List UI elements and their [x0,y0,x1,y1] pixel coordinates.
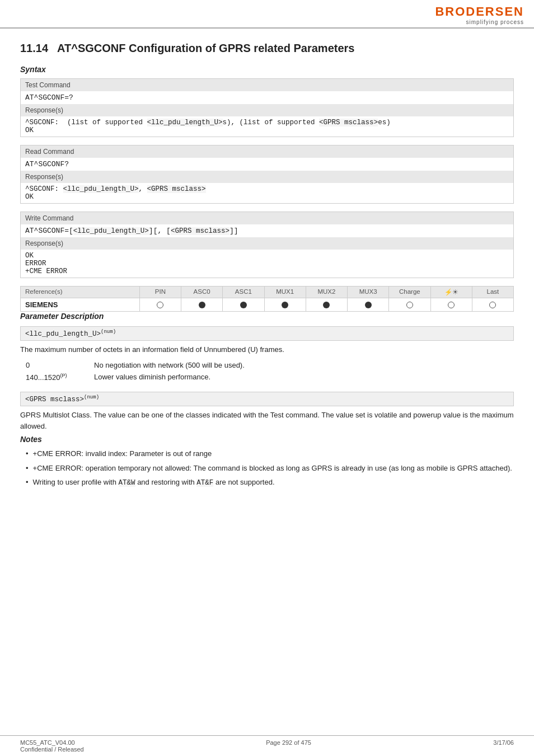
param1-description: The maximum number of octets in an infor… [20,344,514,355]
logo-text: BRODERSEN [435,4,524,19]
reference-table-row-siemens: SIEMENS [21,298,513,311]
note-text-2: +CME ERROR: operation temporary not allo… [33,463,512,474]
footer: MC55_ATC_V04.00 Confidential / Released … [0,735,534,756]
circle-filled-icon [323,302,330,308]
notes-list: +CME ERROR: invalid index: Parameter is … [26,448,514,489]
circle-filled-icon [365,302,372,308]
ref-row-label-siemens: SIEMENS [21,298,139,311]
ref-header-mux1: MUX1 [264,287,306,298]
param1-superscript: (num) [101,329,116,335]
param1-values-table: 0 No negotiation with network (500 will … [20,359,514,384]
note-text-3: Writing to user profile with AT&W and re… [33,477,275,489]
ref-siemens-asc0 [181,298,222,311]
notes-label: Notes [20,435,514,444]
circle-empty-icon [157,302,163,308]
param1-value-range: 140...1520(P) Lower values diminish perf… [21,372,513,383]
param1-key-range: 140...1520(P) [21,372,88,383]
ref-siemens-last [472,298,513,311]
footer-doc-id: MC55_ATC_V04.00 [20,739,84,746]
param1-desc-range: Lower values diminish performance. [90,372,513,383]
ref-header-pin: PIN [139,287,181,298]
circle-filled-icon [199,302,205,308]
ref-siemens-pin [139,298,181,311]
param1-desc-0: No negotiation with network (500 will be… [90,360,513,370]
note-item-1: +CME ERROR: invalid index: Parameter is … [26,448,514,459]
circle-empty-icon [489,302,496,308]
logo-area: BRODERSEN simplifying process [435,4,524,25]
param2-superscript: (num) [84,395,99,400]
ref-header-icon: ⚡☀ [430,287,472,298]
test-response-text: ^SGCONF: (list of supported <llc_pdu_len… [21,116,514,137]
footer-date: 3/17/06 [493,739,514,753]
ref-siemens-mux1 [264,298,306,311]
ref-header-asc1: ASC1 [222,287,264,298]
param-description-label: Parameter Description [20,312,514,321]
ref-siemens-mux3 [347,298,388,311]
test-command-table: Test Command AT^SGCONF=? Response(s) ^SG… [20,78,514,137]
ref-siemens-charge [388,298,430,311]
footer-confidential: Confidential / Released [20,746,84,753]
ref-header-references: Reference(s) [21,287,139,298]
param2-box: <GPRS msclass>(num) [20,392,514,406]
ref-header-charge: Charge [388,287,430,298]
param1-box: <llc_pdu_length_U>(num) [20,326,514,341]
section-title: 11.14AT^SGCONF Configuration of GPRS rel… [20,42,514,55]
note-text-1: +CME ERROR: invalid index: Parameter is … [33,448,212,459]
ref-siemens-mux2 [306,298,347,311]
logo-sub: simplifying process [466,19,524,25]
read-response-text: ^SGCONF: <llc_pdu_length_U>, <GPRS mscla… [21,183,514,204]
ref-header-last: Last [472,287,513,298]
ref-siemens-asc1 [222,298,264,311]
footer-left: MC55_ATC_V04.00 Confidential / Released [20,739,84,753]
note-item-2: +CME ERROR: operation temporary not allo… [26,463,514,474]
read-command-table: Read Command AT^SGCONF? Response(s) ^SGC… [20,145,514,204]
ref-header-mux3: MUX3 [347,287,388,298]
read-command-text: AT^SGCONF? [21,158,514,171]
param2-description: GPRS Multislot Class. The value can be o… [20,410,514,431]
reference-table-wrapper: Reference(s) PIN ASC0 ASC1 MUX1 MUX2 MUX… [20,286,514,312]
test-command-header: Test Command [21,79,514,92]
test-command-text: AT^SGCONF=? [21,91,514,104]
write-command-text: AT^SGCONF=[<llc_pdu_length_U>][, [<GPRS … [21,224,514,237]
section-number: 11.14 [20,42,48,54]
ref-siemens-special [430,298,472,311]
write-response-header: Response(s) [21,237,514,250]
superscript-p: (P) [60,373,67,378]
write-response-text: OKERROR+CME ERROR [21,250,514,278]
write-command-table: Write Command AT^SGCONF=[<llc_pdu_length… [20,212,514,278]
note-item-3: Writing to user profile with AT&W and re… [26,477,514,489]
test-response-header: Response(s) [21,104,514,116]
header: BRODERSEN simplifying process [0,0,534,29]
ref-header-mux2: MUX2 [306,287,347,298]
section-heading: AT^SGCONF Configuration of GPRS related … [57,42,354,54]
main-content: 11.14AT^SGCONF Configuration of GPRS rel… [0,29,534,503]
write-command-header: Write Command [21,212,514,225]
read-command-header: Read Command [21,145,514,158]
read-response-header: Response(s) [21,171,514,183]
ref-header-asc0: ASC0 [181,287,222,298]
footer-page: Page 292 of 475 [266,739,311,753]
circle-empty-icon [448,302,455,308]
param1-key-0: 0 [21,360,88,370]
syntax-label: Syntax [20,65,514,74]
param1-value-0: 0 No negotiation with network (500 will … [21,360,513,370]
circle-filled-icon [240,302,247,308]
reference-table-header-row: Reference(s) PIN ASC0 ASC1 MUX1 MUX2 MUX… [21,287,513,298]
circle-filled-icon [282,302,288,308]
circle-empty-icon [406,302,413,308]
